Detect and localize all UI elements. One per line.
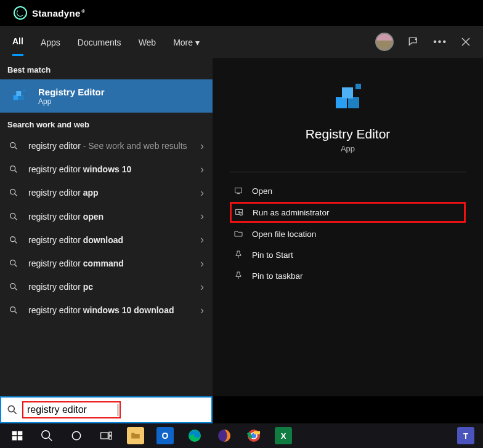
action-open[interactable]: Open bbox=[230, 181, 466, 201]
svg-line-10 bbox=[15, 170, 17, 172]
registry-editor-hero-icon bbox=[328, 79, 368, 118]
suggestion-row[interactable]: registry editor download› bbox=[0, 228, 213, 252]
action-pin-to-start[interactable]: Pin to Start bbox=[230, 245, 466, 265]
brand-name: Stanadyne® bbox=[32, 8, 85, 18]
open-icon bbox=[233, 186, 243, 196]
chevron-down-icon: ▾ bbox=[195, 38, 200, 47]
preview-panel: Registry Editor App OpenRun as administr… bbox=[213, 58, 483, 396]
svg-point-19 bbox=[10, 284, 15, 289]
action-pin-to-taskbar[interactable]: Pin to taskbar bbox=[230, 266, 466, 286]
text-cursor bbox=[118, 404, 118, 416]
taskbar-chrome[interactable] bbox=[239, 423, 269, 448]
svg-rect-33 bbox=[18, 431, 23, 436]
action-label: Open bbox=[252, 186, 272, 196]
suggestion-row[interactable]: registry editor windows 10 download› bbox=[0, 298, 213, 322]
suggestion-row[interactable]: registry editor pc› bbox=[0, 275, 213, 298]
svg-line-22 bbox=[15, 311, 17, 313]
suggestion-row[interactable]: registry editor app› bbox=[0, 181, 213, 204]
svg-line-16 bbox=[15, 241, 17, 243]
suggestion-text: registry editor - See work and web resul… bbox=[28, 140, 204, 151]
svg-point-0 bbox=[415, 39, 416, 40]
best-match-label: Best match bbox=[0, 58, 213, 79]
taskbar-firefox[interactable] bbox=[209, 423, 239, 448]
taskbar-taskview[interactable] bbox=[91, 423, 121, 448]
chevron-right-icon: › bbox=[200, 281, 204, 294]
results-panel: Best match Registry Editor App Search wo… bbox=[0, 58, 213, 396]
svg-rect-34 bbox=[12, 436, 17, 441]
chevron-right-icon: › bbox=[200, 210, 204, 223]
pin-icon bbox=[233, 271, 243, 281]
chevron-right-icon: › bbox=[200, 257, 204, 270]
web-results-label: Search work and web bbox=[0, 113, 213, 134]
svg-rect-5 bbox=[16, 91, 21, 96]
suggestion-text: registry editor windows 10 bbox=[28, 164, 204, 175]
folder-icon bbox=[233, 229, 243, 239]
svg-rect-32 bbox=[12, 431, 17, 436]
action-run-as-administrator[interactable]: Run as administrator bbox=[230, 202, 466, 223]
svg-point-30 bbox=[8, 406, 14, 412]
tab-documents[interactable]: Documents bbox=[78, 28, 121, 56]
close-button[interactable] bbox=[461, 37, 471, 47]
svg-point-9 bbox=[10, 166, 15, 171]
taskbar-explorer[interactable] bbox=[121, 423, 150, 448]
user-avatar[interactable] bbox=[375, 33, 394, 51]
svg-point-13 bbox=[10, 213, 15, 218]
taskbar-teams[interactable]: T bbox=[451, 423, 481, 448]
suggestion-text: registry editor open bbox=[28, 211, 204, 222]
svg-line-12 bbox=[15, 194, 17, 196]
svg-rect-39 bbox=[101, 433, 108, 439]
feedback-icon[interactable] bbox=[407, 36, 420, 48]
search-icon bbox=[9, 258, 20, 268]
action-open-file-location[interactable]: Open file location bbox=[230, 224, 466, 244]
taskbar-edge[interactable] bbox=[180, 423, 209, 448]
svg-line-14 bbox=[15, 218, 17, 220]
action-label: Open file location bbox=[252, 230, 316, 239]
suggestion-row[interactable]: registry editor command› bbox=[0, 252, 213, 275]
preview-title: Registry Editor bbox=[230, 127, 466, 142]
chevron-right-icon: › bbox=[200, 140, 204, 153]
suggestion-row[interactable]: registry editor - See work and web resul… bbox=[0, 134, 213, 158]
registry-editor-icon bbox=[9, 86, 30, 106]
brand-bar: Stanadyne® bbox=[0, 0, 483, 26]
search-icon bbox=[9, 164, 20, 174]
taskbar-outlook[interactable]: O bbox=[150, 423, 180, 448]
taskbar-start[interactable] bbox=[2, 423, 32, 448]
tab-more[interactable]: More ▾ bbox=[173, 28, 200, 56]
chevron-right-icon: › bbox=[200, 163, 204, 176]
brand-logo-icon bbox=[14, 6, 27, 20]
search-icon bbox=[9, 282, 20, 292]
more-options-icon[interactable]: ••• bbox=[433, 36, 447, 47]
tab-apps[interactable]: Apps bbox=[41, 28, 60, 56]
search-icon bbox=[9, 188, 20, 198]
svg-rect-41 bbox=[109, 436, 112, 439]
suggestion-text: registry editor download bbox=[28, 234, 204, 246]
taskbar: O X T bbox=[0, 423, 483, 448]
search-bar[interactable] bbox=[0, 396, 213, 423]
search-header: All Apps Documents Web More ▾ ••• bbox=[0, 26, 483, 58]
svg-line-37 bbox=[49, 438, 52, 441]
svg-point-21 bbox=[10, 307, 15, 312]
search-icon bbox=[9, 305, 20, 315]
search-input[interactable] bbox=[25, 403, 117, 417]
action-label: Pin to taskbar bbox=[252, 271, 303, 281]
action-label: Pin to Start bbox=[252, 250, 293, 260]
chevron-right-icon: › bbox=[200, 304, 204, 317]
tab-web[interactable]: Web bbox=[139, 28, 156, 56]
svg-line-31 bbox=[14, 412, 17, 414]
svg-rect-25 bbox=[342, 87, 353, 98]
suggestion-row[interactable]: registry editor windows 10› bbox=[0, 158, 213, 181]
taskbar-cortana[interactable] bbox=[62, 423, 91, 448]
suggestion-row[interactable]: registry editor open› bbox=[0, 205, 213, 228]
svg-point-7 bbox=[10, 143, 15, 148]
tab-all[interactable]: All bbox=[12, 28, 23, 56]
svg-rect-23 bbox=[336, 97, 347, 108]
svg-point-17 bbox=[10, 260, 15, 265]
admin-icon bbox=[234, 207, 244, 217]
search-icon bbox=[9, 235, 20, 245]
search-icon bbox=[9, 141, 20, 151]
suggestion-text: registry editor windows 10 download bbox=[28, 305, 204, 316]
taskbar-excel[interactable]: X bbox=[269, 423, 298, 448]
svg-point-36 bbox=[42, 431, 50, 439]
taskbar-search[interactable] bbox=[32, 423, 62, 448]
best-match-item[interactable]: Registry Editor App bbox=[0, 79, 213, 113]
